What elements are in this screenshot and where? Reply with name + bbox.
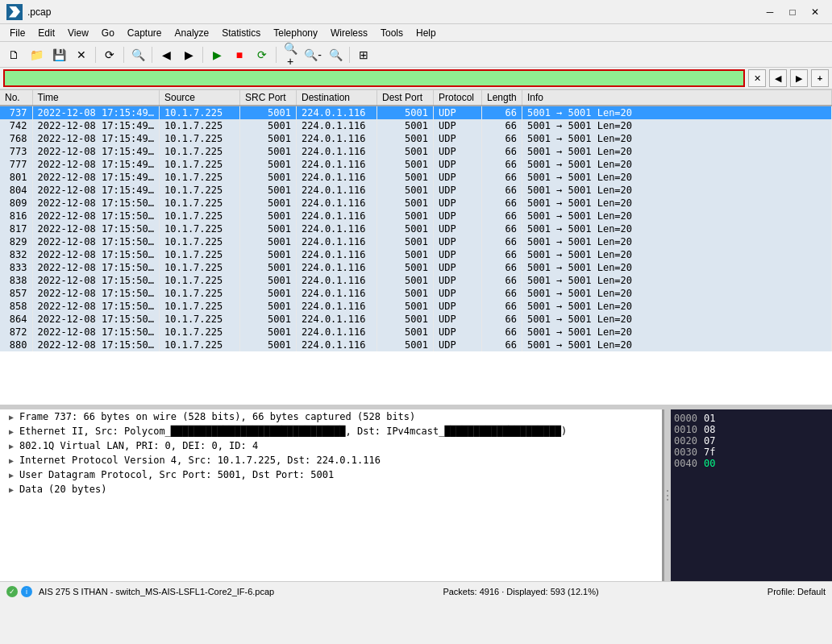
open-file-button[interactable]: 📁	[26, 45, 47, 64]
new-file-button[interactable]: 🗋	[3, 45, 24, 64]
maximize-button[interactable]: □	[782, 3, 803, 21]
table-cell: 857	[0, 287, 32, 300]
col-dest[interactable]: Destination	[297, 90, 377, 106]
table-row[interactable]: 7422022-12-08 17:15:49…10.1.7.2255001224…	[0, 119, 832, 132]
table-row[interactable]: 8042022-12-08 17:15:49…10.1.7.2255001224…	[0, 184, 832, 197]
detail-item[interactable]: ▶Ethernet II, Src: Polycom_█████████████…	[0, 424, 662, 438]
table-cell: 5001	[240, 274, 297, 287]
table-row[interactable]: 7772022-12-08 17:15:49…10.1.7.2255001224…	[0, 158, 832, 171]
table-cell: 5001	[240, 197, 297, 210]
detail-item[interactable]: ▶Frame 737: 66 bytes on wire (528 bits),…	[0, 409, 662, 424]
table-row[interactable]: 8332022-12-08 17:15:50…10.1.7.2255001224…	[0, 261, 832, 274]
detail-item[interactable]: ▶Internet Protocol Version 4, Src: 10.1.…	[0, 453, 662, 467]
col-info[interactable]: Info	[522, 90, 832, 106]
table-cell: 10.1.7.225	[160, 313, 240, 326]
filter-add-button[interactable]: +	[811, 69, 829, 87]
table-row[interactable]: 8092022-12-08 17:15:50…10.1.7.2255001224…	[0, 197, 832, 210]
detail-item[interactable]: ▶802.1Q Virtual LAN, PRI: 0, DEI: 0, ID:…	[0, 438, 662, 453]
menu-item-help[interactable]: Help	[410, 26, 443, 40]
filter-back-button[interactable]: ◀	[769, 69, 787, 87]
close-button[interactable]: ✕	[805, 3, 826, 21]
zoom-out-button[interactable]: 🔍-	[302, 45, 323, 64]
col-length[interactable]: Length	[482, 90, 522, 106]
table-cell: 833	[0, 261, 32, 274]
table-row[interactable]: 8802022-12-08 17:15:50…10.1.7.2255001224…	[0, 339, 832, 351]
table-row[interactable]: 7682022-12-08 17:15:49…10.1.7.2255001224…	[0, 132, 832, 145]
filter-clear-button[interactable]: ✕	[748, 69, 766, 87]
column-prefs-button[interactable]: ⊞	[353, 45, 374, 64]
table-cell: 5001	[240, 339, 297, 351]
table-cell: 224.0.1.116	[297, 300, 377, 313]
col-protocol[interactable]: Protocol	[434, 90, 482, 106]
col-no[interactable]: No.	[0, 90, 32, 106]
table-cell: 224.0.1.116	[297, 326, 377, 339]
zoom-reset-button[interactable]: 🔍	[325, 45, 346, 64]
menu-item-edit[interactable]: Edit	[31, 26, 61, 40]
table-cell: 2022-12-08 17:15:50…	[32, 261, 160, 274]
detail-text: Internet Protocol Version 4, Src: 10.1.7…	[19, 455, 381, 466]
menu-bar: FileEditViewGoCaptureAnalyzeStatisticsTe…	[0, 24, 832, 42]
hex-data: 01	[704, 413, 715, 424]
table-cell: 2022-12-08 17:15:50…	[32, 313, 160, 326]
go-forward-button[interactable]: ▶	[178, 45, 199, 64]
table-header: No. Time Source SRC Port Destination Des…	[0, 90, 832, 106]
col-srcport[interactable]: SRC Port	[240, 90, 297, 106]
menu-item-wireless[interactable]: Wireless	[324, 26, 374, 40]
table-cell: 224.0.1.116	[297, 339, 377, 351]
expand-icon: ▶	[6, 455, 16, 465]
detail-item[interactable]: ▶User Datagram Protocol, Src Port: 5001,…	[0, 467, 662, 482]
menu-item-statistics[interactable]: Statistics	[215, 26, 267, 40]
table-cell: 5001	[377, 261, 434, 274]
table-cell: 5001	[240, 171, 297, 184]
go-back-button[interactable]: ◀	[156, 45, 177, 64]
find-button[interactable]: 🔍	[127, 45, 148, 64]
filter-bar: ip.addr==224.0.1.116 ✕ ◀ ▶ +	[0, 68, 832, 90]
save-file-button[interactable]: 💾	[48, 45, 69, 64]
table-cell: 10.1.7.225	[160, 210, 240, 222]
table-cell: 66	[482, 300, 522, 313]
table-row[interactable]: 8292022-12-08 17:15:50…10.1.7.2255001224…	[0, 235, 832, 248]
detail-item[interactable]: ▶Data (20 bytes)	[0, 482, 662, 497]
table-cell: 10.1.7.225	[160, 261, 240, 274]
col-dstport[interactable]: Dest Port	[377, 90, 434, 106]
table-cell: 5001	[240, 184, 297, 197]
table-row[interactable]: 8582022-12-08 17:15:50…10.1.7.2255001224…	[0, 300, 832, 313]
filter-input[interactable]: ip.addr==224.0.1.116	[3, 69, 745, 87]
window-controls: ─ □ ✕	[759, 3, 826, 21]
table-cell: 5001 → 5001 Len=20	[522, 313, 832, 326]
table-cell: 5001 → 5001 Len=20	[522, 171, 832, 184]
table-cell: 5001	[240, 222, 297, 235]
capture-restart-button[interactable]: ⟳	[252, 45, 272, 64]
menu-item-analyze[interactable]: Analyze	[168, 26, 216, 40]
menu-item-tools[interactable]: Tools	[374, 26, 410, 40]
table-row[interactable]: 8322022-12-08 17:15:50…10.1.7.2255001224…	[0, 248, 832, 261]
table-row[interactable]: 8012022-12-08 17:15:49…10.1.7.2255001224…	[0, 171, 832, 184]
table-row[interactable]: 8382022-12-08 17:15:50…10.1.7.2255001224…	[0, 274, 832, 287]
menu-item-file[interactable]: File	[3, 26, 31, 40]
col-source[interactable]: Source	[160, 90, 240, 106]
table-row[interactable]: 8172022-12-08 17:15:50…10.1.7.2255001224…	[0, 222, 832, 235]
close-file-button[interactable]: ✕	[71, 45, 92, 64]
menu-item-telephony[interactable]: Telephony	[267, 26, 324, 40]
table-row[interactable]: 8572022-12-08 17:15:50…10.1.7.2255001224…	[0, 287, 832, 300]
menu-item-go[interactable]: Go	[95, 26, 121, 40]
status-filename: AIS 275 S ITHAN - switch_MS-AIS-LSFL1-Co…	[39, 587, 274, 596]
table-row[interactable]: 8162022-12-08 17:15:50…10.1.7.2255001224…	[0, 210, 832, 222]
table-row[interactable]: 7732022-12-08 17:15:49…10.1.7.2255001224…	[0, 145, 832, 158]
minimize-button[interactable]: ─	[759, 3, 780, 21]
capture-stop-button[interactable]: ■	[229, 45, 250, 64]
menu-item-capture[interactable]: Capture	[121, 26, 168, 40]
table-cell: 224.0.1.116	[297, 132, 377, 145]
col-time[interactable]: Time	[32, 90, 160, 106]
resize-handle[interactable]: ⋮	[664, 409, 671, 581]
table-cell: UDP	[434, 235, 482, 248]
capture-start-button[interactable]: ▶	[206, 45, 227, 64]
menu-item-view[interactable]: View	[61, 26, 95, 40]
table-row[interactable]: 8722022-12-08 17:15:50…10.1.7.2255001224…	[0, 326, 832, 339]
table-row[interactable]: 8642022-12-08 17:15:50…10.1.7.2255001224…	[0, 313, 832, 326]
zoom-in-button[interactable]: 🔍+	[280, 45, 301, 64]
reload-button[interactable]: ⟳	[99, 45, 120, 64]
filter-forward-button[interactable]: ▶	[790, 69, 808, 87]
table-cell: 10.1.7.225	[160, 119, 240, 132]
table-row[interactable]: 7372022-12-08 17:15:49…10.1.7.2255001224…	[0, 106, 832, 119]
